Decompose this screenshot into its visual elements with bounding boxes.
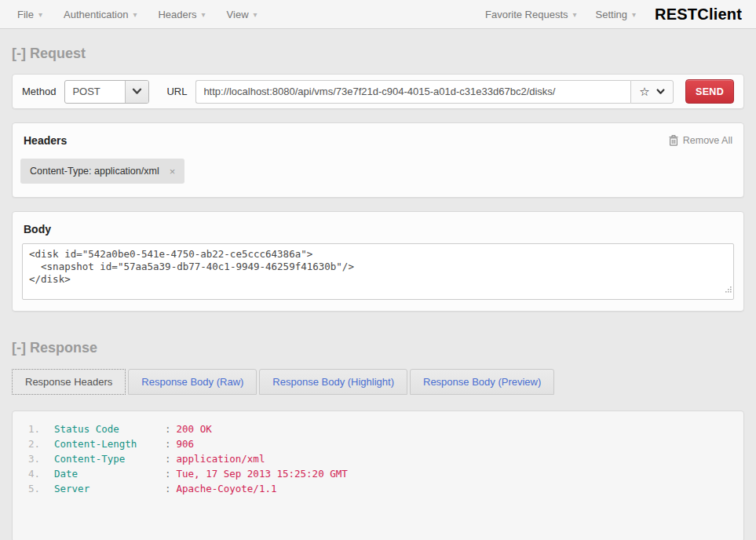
star-icon: ☆	[639, 86, 649, 97]
line-number: 1.	[13, 421, 40, 436]
colon-separator: :	[165, 468, 171, 480]
body-textarea-wrap: <disk id="542a0be0-541e-4750-ab22-ce5ccc…	[22, 243, 734, 300]
response-header-value: Apache-Coyote/1.1	[177, 483, 277, 494]
chevron-down-icon	[125, 81, 148, 103]
response-header-row: 2.Content-Length:906	[13, 436, 743, 451]
response-header-name: Content-Length	[54, 436, 165, 451]
headers-panel: Headers Remove All Content-Type: applica…	[12, 122, 744, 198]
tab-response-body-preview[interactable]: Response Body (Preview)	[410, 369, 554, 395]
favorite-url-button[interactable]: ☆	[630, 80, 674, 104]
response-header-row: 5.Server:Apache-Coyote/1.1	[13, 481, 743, 496]
response-header-name: Server	[54, 481, 165, 496]
header-tag-text: Content-Type: application/xml	[30, 166, 159, 177]
menu-headers[interactable]: Headers ▾	[158, 9, 205, 20]
tab-response-headers[interactable]: Response Headers	[12, 369, 126, 395]
method-select-value: POST	[65, 86, 125, 97]
menu-authentication[interactable]: Authentication ▾	[64, 9, 137, 20]
method-select[interactable]: POST	[64, 80, 149, 104]
colon-separator: :	[165, 423, 171, 435]
method-label: Method	[22, 86, 56, 97]
body-panel: Body <disk id="542a0be0-541e-4750-ab22-c…	[12, 211, 744, 312]
response-headers-panel: 1.Status Code:200 OK 2.Content-Length:90…	[12, 410, 744, 540]
tab-response-body-highlight[interactable]: Response Body (Highlight)	[259, 369, 407, 395]
chevron-down-icon	[656, 89, 665, 95]
response-tabs: Response Headers Response Body (Raw) Res…	[12, 369, 744, 395]
navbar: File ▾ Authentication ▾ Headers ▾ View ▾…	[0, 0, 756, 29]
headers-panel-head: Headers Remove All	[13, 123, 743, 156]
body-panel-head: Body	[13, 212, 743, 243]
headers-panel-title: Headers	[24, 134, 67, 147]
colon-separator: :	[165, 453, 171, 465]
menu-view-label: View	[227, 9, 249, 20]
remove-tag-icon[interactable]: ×	[170, 166, 176, 177]
response-header-value: 906	[177, 438, 195, 450]
response-header-row: 4.Date:Tue, 17 Sep 2013 15:25:20 GMT	[13, 466, 743, 481]
chevron-down-icon: ▾	[133, 10, 137, 19]
response-header-name: Status Code	[54, 421, 165, 436]
chevron-down-icon: ▾	[202, 10, 206, 19]
response-section-toggle[interactable]: [-] Response	[12, 340, 744, 356]
line-number: 5.	[13, 481, 40, 496]
menu-setting[interactable]: Setting ▾	[596, 9, 637, 20]
response-header-value: 200 OK	[177, 423, 212, 435]
brand-logo: RESTClient	[655, 5, 742, 24]
menu-view[interactable]: View ▾	[227, 9, 257, 20]
response-header-value: application/xml	[177, 453, 265, 465]
chevron-down-icon: ▾	[632, 10, 636, 19]
url-input[interactable]	[195, 80, 630, 104]
navbar-right: Favorite Requests ▾ Setting ▾ RESTClient	[485, 5, 742, 24]
request-body-textarea[interactable]: <disk id="542a0be0-541e-4750-ab22-ce5ccc…	[22, 243, 734, 300]
colon-separator: :	[165, 438, 171, 450]
remove-all-label: Remove All	[683, 135, 732, 146]
menu-file-label: File	[17, 9, 34, 20]
response-header-row: 3.Content-Type:application/xml	[13, 451, 743, 466]
line-number: 2.	[13, 436, 40, 451]
remove-all-button[interactable]: Remove All	[669, 135, 732, 146]
chevron-down-icon: ▾	[254, 10, 257, 19]
menu-favorite-requests-label: Favorite Requests	[485, 9, 568, 20]
request-form-panel: Method POST URL ☆ SEND	[12, 74, 744, 109]
response-header-value: Tue, 17 Sep 2013 15:25:20 GMT	[177, 468, 348, 480]
response-header-row: 1.Status Code:200 OK	[13, 421, 743, 436]
trash-icon	[669, 135, 678, 146]
send-button[interactable]: SEND	[685, 79, 734, 104]
colon-separator: :	[165, 483, 171, 494]
response-header-name: Content-Type	[54, 451, 165, 466]
menu-headers-label: Headers	[158, 9, 196, 20]
header-tags: Content-Type: application/xml ×	[13, 156, 743, 197]
menu-setting-label: Setting	[596, 9, 627, 20]
body-panel-title: Body	[24, 223, 51, 235]
navbar-left: File ▾ Authentication ▾ Headers ▾ View ▾	[17, 9, 279, 20]
request-section-toggle[interactable]: [-] Request	[12, 46, 744, 62]
menu-favorite-requests[interactable]: Favorite Requests ▾	[485, 9, 577, 20]
response-header-name: Date	[54, 466, 165, 481]
tab-response-body-raw[interactable]: Response Body (Raw)	[128, 369, 257, 395]
line-number: 3.	[13, 451, 40, 466]
menu-file[interactable]: File ▾	[17, 9, 42, 20]
chevron-down-icon: ▾	[38, 10, 42, 19]
url-input-group: ☆	[195, 80, 674, 104]
url-label: URL	[166, 86, 187, 97]
main-content: [-] Request Method POST URL ☆ SEND Heade…	[0, 46, 756, 540]
line-number: 4.	[13, 466, 40, 481]
chevron-down-icon: ▾	[573, 10, 577, 19]
header-tag: Content-Type: application/xml ×	[20, 159, 184, 184]
menu-authentication-label: Authentication	[64, 9, 128, 20]
